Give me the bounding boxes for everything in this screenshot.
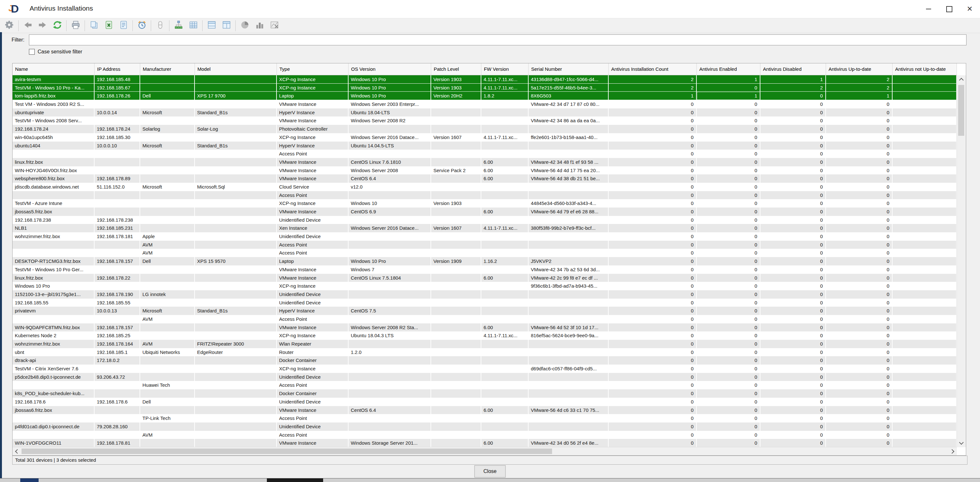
table-row[interactable]: ubuntuprivate10.0.0.14MicrosoftStandard_… [13,109,957,117]
column-header-antivirus-disabled[interactable]: Antivirus Disabled [760,63,826,75]
refresh-button[interactable] [50,19,65,32]
table-row[interactable]: jbossas5.fritz.boxVMware InstanceCentOS … [13,207,957,216]
column-header-os-version[interactable]: OS Version [348,63,431,75]
table-row[interactable]: TestVM - Azure IntuneXCP-ng InstanceWind… [13,199,957,207]
table-row[interactable]: privatevm10.0.0.13MicrosoftStandard_B1sH… [13,306,957,315]
close-button[interactable]: Close [474,465,506,477]
vertical-scrollbar[interactable] [956,75,966,447]
back-button[interactable] [20,19,35,32]
split-vertical-button[interactable] [219,19,234,32]
table-row[interactable]: 192.168.178.24192.168.178.24SolarlogSola… [13,125,957,133]
tree-view-button[interactable] [171,19,186,32]
column-header-antivirus-up-to-date[interactable]: Antivirus Up-to-date [826,63,892,75]
filter-input[interactable] [29,34,967,45]
table-cell [348,241,431,249]
table-cell [140,75,195,84]
table-row[interactable]: avira-testvm192.168.185.48XCP-ng Instanc… [13,75,957,84]
table-row[interactable]: AVMAccess Point0000 [13,241,957,249]
pie-chart-button[interactable] [237,19,252,32]
table-row[interactable]: Huawei TechAccess Point0000 [13,381,957,389]
table-row[interactable]: jdiscdb.database.windows.net51.116.152.0… [13,183,957,191]
table-row[interactable]: TestVM - Windows 10 Pro - Ka...192.168.1… [13,84,957,92]
table-cell: 2 [609,75,697,84]
export-file-button[interactable] [116,19,131,32]
settings-button[interactable] [2,19,17,32]
table-row[interactable]: Test VM - Windows 2003 R2 S...VMware Ins… [13,100,957,109]
column-header-ip-address[interactable]: IP Address [94,63,140,75]
print-button[interactable] [68,19,83,32]
scroll-right-button[interactable] [948,447,957,455]
table-row[interactable]: win-60a1upc645h192.168.185.30XCP-ng Inst… [13,133,957,142]
table-row[interactable]: Kubernetes Node 2192.168.185.25XCP-ng In… [13,331,957,340]
table-row[interactable]: AVMAccess Point0000 [13,315,957,323]
table-row[interactable]: wohnzimmer.fritz.box192.168.178.181Apple… [13,232,957,241]
table-row[interactable]: AVMAccess Point0000 [13,431,957,439]
table-row[interactable]: WIN-1VOFDGCRO11192.168.178.81VMware Inst… [13,439,957,447]
schedule-alarm-button[interactable] [134,19,149,32]
table-row[interactable]: ubnt192.168.185.1Ubiquiti NetworksEdgeRo… [13,348,957,356]
maximize-button[interactable] [939,0,959,18]
vertical-scroll-thumb[interactable] [958,85,964,136]
table-row[interactable]: ubuntu140410.0.0.10MicrosoftStandard_B1s… [13,142,957,150]
table-row[interactable]: k8s_POD_kube-scheduler-kub...Docker Cont… [13,389,957,398]
table-row[interactable]: jbossas6.fritz.boxVMware InstanceCentOS … [13,406,957,415]
table-row[interactable]: AVMAccess Point0000 [13,249,957,257]
table-cell: Microsoft [140,306,195,315]
column-header-name[interactable]: Name [13,63,94,75]
horizontal-scroll-thumb[interactable] [22,448,552,454]
table-row[interactable]: websphere800.fritz.box192.168.178.89VMwa… [13,174,957,183]
close-window-button[interactable]: ✕ [959,0,980,18]
minimize-button[interactable] [918,0,939,18]
table-row[interactable]: wohnzimmer.fritz.box192.168.178.164AVMFR… [13,340,957,348]
column-header-model[interactable]: Model [195,63,277,75]
background-window-edge [0,32,2,479]
database-button[interactable] [153,19,167,32]
export-excel-button[interactable] [101,19,116,32]
table-cell [140,274,195,282]
split-horizontal-button[interactable] [204,19,219,32]
column-header-antivirus-not-up-to-date[interactable]: Antivirus not Up-to-date [892,63,957,75]
table-row[interactable]: linux.fritz.box192.168.178.22VMware Inst… [13,274,957,282]
horizontal-scrollbar[interactable] [13,447,957,455]
table-row[interactable]: p5dce2b48.dip0.t-ipconnect.de93.206.43.7… [13,373,957,381]
column-header-antivirus-enabled[interactable]: Antivirus Enabled [697,63,760,75]
table-row[interactable]: TestVM - Windows 10 Pro Ger...VMware Ins… [13,265,957,274]
column-header-type[interactable]: Type [277,63,348,75]
chart-export-button[interactable] [267,19,282,32]
column-header-antivirus-installation-count[interactable]: Antivirus Installation Count [609,63,697,75]
copy-button[interactable] [86,19,101,32]
scroll-left-button[interactable] [13,447,21,455]
table-row[interactable]: Access Point0000 [13,191,957,200]
table-row[interactable]: WIN-9QDAPFC8TMN.fritz.box192.168.178.157… [13,323,957,332]
table-row[interactable]: NLB1192.168.185.231Xen InstanceWindows S… [13,224,957,232]
table-row[interactable]: TP-Link TechAccess Point0000 [13,414,957,423]
table-row[interactable]: Access Point0000 [13,150,957,158]
settings-icon [5,20,14,31]
column-header-manufacturer[interactable]: Manufacturer [140,63,195,75]
table-cell: 192.168.178.89 [94,174,140,183]
table-row[interactable]: 192.168.178.238192.168.178.238Unidentifi… [13,216,957,224]
table-row[interactable]: dtrack-api172.18.0.2Docker Container0000 [13,356,957,365]
scroll-down-button[interactable] [957,439,966,447]
table-row[interactable]: TestVM - Windows 2008 Serv...VMware Inst… [13,117,957,125]
column-header-patch-level[interactable]: Patch Level [431,63,481,75]
table-row[interactable]: tom-lappi5.fritz.box192.168.178.26DellXP… [13,92,957,100]
table-view-button[interactable] [186,19,200,32]
table-row[interactable]: p4fd01ca0.dip0.t-ipconnect.de79.208.28.1… [13,423,957,431]
column-header-fw-version[interactable]: FW Version [481,63,528,75]
table-row[interactable]: DESKTOP-RT1CMG3.fritz.box192.168.178.157… [13,257,957,265]
table-row[interactable]: TestVM - Citrix XenServer 7.6XCP-ng Inst… [13,365,957,373]
table-row[interactable]: Windows 10 ProXCP-ng Instance9f36c6b1-3f… [13,282,957,290]
table-cell: Microsoft.Sql [195,183,277,191]
table-row[interactable]: 192.168.178.6192.168.178.6DellUnidentifi… [13,398,957,406]
table-row[interactable]: 1152100-13-e--jbl19175g3e1...192.168.178… [13,290,957,298]
table-row[interactable]: linux.fritz.boxVMware InstanceCentOS Lin… [13,158,957,166]
forward-button[interactable] [35,19,50,32]
column-header-serial-number[interactable]: Serial Number [528,63,609,75]
table-row[interactable]: WIN-HOYJG46V0OI.fritz.boxVMware Instance… [13,166,957,175]
table-cell: 0 [760,315,826,323]
table-row[interactable]: 192.168.185.55192.168.185.55Unidentified… [13,298,957,307]
case-sensitive-checkbox[interactable] [29,49,35,55]
bar-chart-button[interactable] [252,19,267,32]
scroll-up-button[interactable] [957,75,966,84]
